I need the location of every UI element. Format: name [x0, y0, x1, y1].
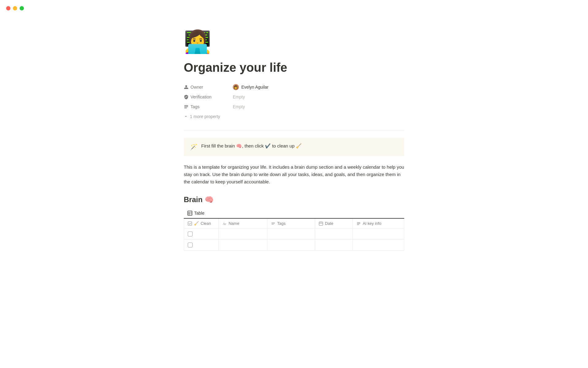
- cell-name-2[interactable]: [219, 240, 267, 251]
- col-header-name[interactable]: Aa Name: [219, 219, 267, 228]
- col-tags-label: Tags: [277, 221, 285, 226]
- cell-ai-2[interactable]: [353, 240, 404, 251]
- cell-tags-1[interactable]: [267, 228, 315, 240]
- table-header-row: 🧹 Clean Aa Name: [184, 219, 404, 228]
- cell-clean-2: [184, 240, 219, 251]
- cell-date-2[interactable]: [315, 240, 353, 251]
- col-date-label: Date: [325, 221, 333, 226]
- properties-section: Owner 👩 Evelyn Aguilar Verification Empt…: [184, 82, 404, 120]
- owner-label: Owner: [184, 85, 233, 90]
- cell-ai-1[interactable]: [353, 228, 404, 240]
- property-verification[interactable]: Verification Empty: [184, 92, 404, 102]
- callout-icon: 🪄: [190, 143, 198, 151]
- checkbox-icon: [188, 221, 192, 226]
- traffic-light-red[interactable]: [6, 6, 10, 10]
- brain-table: 🧹 Clean Aa Name: [184, 219, 404, 251]
- view-tabs: Table: [184, 209, 404, 219]
- row-checkbox-2[interactable]: [188, 243, 193, 247]
- traffic-light-green[interactable]: [20, 6, 24, 10]
- traffic-lights: [6, 6, 24, 10]
- callout-box: 🪄 First fill the brain 🧠, then click ✔️ …: [184, 138, 404, 156]
- verification-value: Empty: [233, 94, 245, 99]
- col-ai-label: AI key info: [363, 221, 381, 226]
- table-row: [184, 228, 404, 240]
- avatar: 👩: [233, 84, 239, 90]
- table-view-label: Table: [194, 211, 204, 216]
- col-header-date[interactable]: Date: [315, 219, 353, 228]
- tags-col-icon: [271, 221, 275, 226]
- tags-value: Empty: [233, 104, 245, 109]
- svg-text:Aa: Aa: [223, 222, 226, 225]
- calendar-icon: [319, 221, 323, 226]
- chevron-down-icon: [184, 114, 188, 119]
- callout-text: First fill the brain 🧠, then click ✔️ to…: [201, 143, 302, 150]
- brain-section: Brain 🧠 Table: [184, 195, 404, 251]
- main-content: 👩‍💻 Organize your life Owner 👩 Evelyn Ag…: [184, 0, 404, 281]
- page-title[interactable]: Organize your life: [184, 60, 404, 75]
- section-divider: [184, 130, 404, 130]
- verification-icon: [184, 94, 189, 99]
- property-tags[interactable]: Tags Empty: [184, 102, 404, 112]
- cell-clean-1: [184, 228, 219, 240]
- col-header-clean[interactable]: 🧹 Clean: [184, 219, 219, 228]
- col-clean-label: Clean: [201, 221, 211, 226]
- cell-tags-2[interactable]: [267, 240, 315, 251]
- svg-rect-4: [188, 221, 192, 225]
- ai-icon: [356, 221, 361, 226]
- cell-date-1[interactable]: [315, 228, 353, 240]
- tags-icon: [184, 104, 189, 109]
- more-properties-toggle[interactable]: 1 more property: [184, 113, 404, 120]
- brain-title: Brain 🧠: [184, 195, 404, 204]
- row-checkbox-1[interactable]: [188, 232, 193, 236]
- page-icon[interactable]: 👩‍💻: [184, 31, 404, 53]
- cell-name-1[interactable]: [219, 228, 267, 240]
- tags-label: Tags: [184, 104, 233, 109]
- svg-rect-0: [188, 211, 192, 215]
- owner-icon: [184, 85, 189, 90]
- col-header-tags[interactable]: Tags: [267, 219, 315, 228]
- svg-rect-6: [319, 222, 323, 225]
- table-view-tab[interactable]: Table: [184, 209, 208, 219]
- body-paragraph: This is a template for organizing your l…: [184, 163, 404, 186]
- col-name-label: Name: [228, 221, 239, 226]
- table-icon: [187, 211, 192, 216]
- owner-value: 👩 Evelyn Aguilar: [233, 84, 269, 90]
- col-header-ai[interactable]: AI key info: [353, 219, 404, 228]
- verification-label: Verification: [184, 94, 233, 99]
- property-owner[interactable]: Owner 👩 Evelyn Aguilar: [184, 82, 404, 92]
- traffic-light-yellow[interactable]: [13, 6, 17, 10]
- text-icon: Aa: [222, 221, 227, 226]
- table-row: [184, 240, 404, 251]
